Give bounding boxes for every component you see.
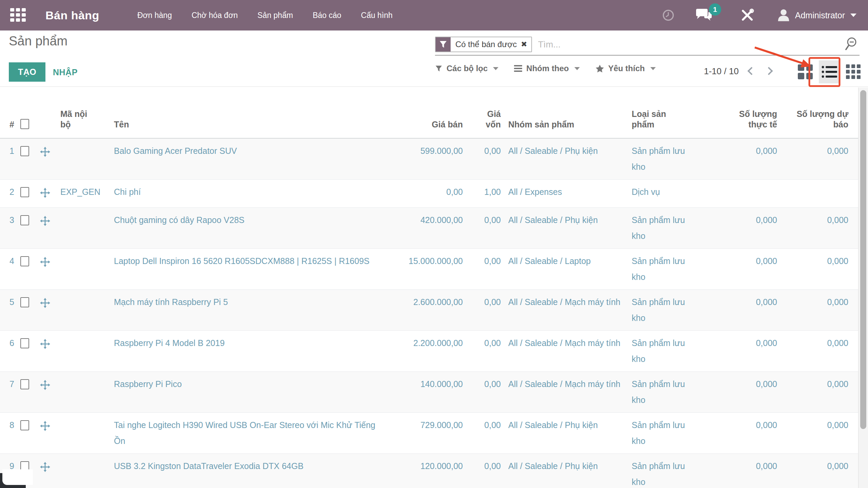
forecast-cell[interactable]: 0,000: [780, 413, 859, 454]
pager-next-button[interactable]: [763, 64, 778, 79]
drag-handle-icon[interactable]: [40, 379, 50, 395]
table-row[interactable]: 4 Laptop Dell Inspiron 16 5620 R1605SDCX…: [0, 249, 859, 290]
type-cell[interactable]: Sản phẩm lưu kho: [626, 454, 694, 488]
type-cell[interactable]: Sản phẩm lưu kho: [626, 249, 694, 290]
category-cell[interactable]: All / Saleable / Phụ kiện: [504, 208, 626, 249]
row-select-checkbox[interactable]: [20, 187, 29, 197]
qty-cell[interactable]: 0,000: [694, 138, 780, 180]
kanban-view-button[interactable]: [795, 60, 816, 83]
cost-cell[interactable]: 0,00: [466, 290, 504, 331]
qty-cell[interactable]: 0,000: [694, 413, 780, 454]
price-cell[interactable]: 2.200.000,00: [386, 331, 466, 372]
category-cell[interactable]: All / Saleable / Mạch máy tính: [504, 331, 626, 372]
drag-handle-icon[interactable]: [40, 338, 50, 354]
table-row[interactable]: 8 Tai nghe Logitech H390 Wired USB On-Ea…: [0, 413, 859, 454]
category-cell[interactable]: All / Saleable / Laptop: [504, 249, 626, 290]
category-cell[interactable]: All / Saleable / Phụ kiện: [504, 454, 626, 488]
column-header-qty[interactable]: Số lượng thực tế: [694, 87, 780, 138]
user-menu[interactable]: Administrator: [777, 8, 856, 22]
cost-cell[interactable]: 0,00: [466, 249, 504, 290]
import-button[interactable]: NHẬP: [51, 67, 80, 78]
forecast-cell[interactable]: 0,000: [780, 249, 859, 290]
drag-handle-icon[interactable]: [40, 461, 50, 477]
type-cell[interactable]: Sản phẩm lưu kho: [626, 138, 694, 180]
facet-remove-icon[interactable]: ✖: [520, 37, 531, 52]
price-cell[interactable]: 420.000,00: [386, 208, 466, 249]
type-cell[interactable]: Sản phẩm lưu kho: [626, 290, 694, 331]
forecast-cell[interactable]: [780, 180, 859, 208]
name-cell[interactable]: Chi phí: [111, 180, 386, 208]
nav-menu-item[interactable]: Cấu hình: [360, 8, 394, 23]
cost-cell[interactable]: 0,00: [466, 413, 504, 454]
developer-tools-icon[interactable]: [740, 8, 754, 22]
drag-handle-icon[interactable]: [40, 215, 50, 231]
code-cell[interactable]: [58, 138, 111, 180]
column-header-code[interactable]: Mã nội bộ: [58, 87, 111, 138]
price-cell[interactable]: 140.000,00: [386, 372, 466, 413]
select-all-header[interactable]: [18, 87, 37, 138]
search-input[interactable]: [537, 39, 845, 50]
drag-handle-icon[interactable]: [40, 420, 50, 436]
drag-handle-icon[interactable]: [40, 297, 50, 313]
drag-handle-icon[interactable]: [40, 256, 50, 272]
table-row[interactable]: 5 Mạch máy tính Raspberry Pi 52.600.000,…: [0, 290, 859, 331]
row-select-checkbox[interactable]: [20, 338, 29, 348]
nav-menu-item[interactable]: Chờ hóa đơn: [190, 8, 239, 23]
price-cell[interactable]: 15.000.000,00: [386, 249, 466, 290]
cost-cell[interactable]: 0,00: [466, 454, 504, 488]
forecast-cell[interactable]: 0,000: [780, 138, 859, 180]
name-cell[interactable]: Laptop Dell Inspiron 16 5620 R1605SDCXM8…: [111, 249, 386, 290]
qty-cell[interactable]: 0,000: [694, 372, 780, 413]
nav-menu-item[interactable]: Sản phẩm: [256, 8, 294, 23]
column-header-cost[interactable]: Giá vốn: [466, 87, 504, 138]
code-cell[interactable]: [58, 454, 111, 488]
forecast-cell[interactable]: 0,000: [780, 290, 859, 331]
list-view-button[interactable]: [819, 60, 840, 83]
row-select-checkbox[interactable]: [20, 256, 29, 266]
code-cell[interactable]: [58, 413, 111, 454]
type-cell[interactable]: Sản phẩm lưu kho: [626, 372, 694, 413]
forecast-cell[interactable]: 0,000: [780, 331, 859, 372]
type-cell[interactable]: Dịch vụ: [626, 180, 694, 208]
code-cell[interactable]: [58, 208, 111, 249]
qty-cell[interactable]: 0,000: [694, 290, 780, 331]
name-cell[interactable]: Tai nghe Logitech H390 Wired USB On-Ear …: [111, 413, 386, 454]
forecast-cell[interactable]: 0,000: [780, 208, 859, 249]
table-row[interactable]: 6 Raspberry Pi 4 Model B 20192.200.000,0…: [0, 331, 859, 372]
table-row[interactable]: 2 EXP_GENChi phí0,001,00All / ExpensesDị…: [0, 180, 859, 208]
code-cell[interactable]: [58, 331, 111, 372]
create-button[interactable]: TẠO: [9, 62, 45, 82]
column-header-price[interactable]: Giá bán: [386, 87, 466, 138]
name-cell[interactable]: Raspberry Pi Pico: [111, 372, 386, 413]
category-cell[interactable]: All / Expenses: [504, 180, 626, 208]
cost-cell[interactable]: 0,00: [466, 331, 504, 372]
category-cell[interactable]: All / Saleable / Mạch máy tính: [504, 372, 626, 413]
qty-cell[interactable]: 0,000: [694, 331, 780, 372]
price-cell[interactable]: 120.000,00: [386, 454, 466, 488]
app-title[interactable]: Bán hàng: [45, 9, 99, 22]
filters-dropdown[interactable]: Các bộ lọc: [435, 64, 498, 73]
grid-view-button[interactable]: [843, 60, 864, 83]
row-select-checkbox[interactable]: [20, 420, 29, 430]
qty-cell[interactable]: 0,000: [694, 208, 780, 249]
code-cell[interactable]: EXP_GEN: [58, 180, 111, 208]
name-cell[interactable]: Balo Gaming Acer Predator SUV: [111, 138, 386, 180]
pager-previous-button[interactable]: [744, 64, 758, 79]
messages-icon[interactable]: 1: [695, 8, 712, 22]
name-cell[interactable]: Chuột gaming có dây Rapoo V28S: [111, 208, 386, 249]
column-header-category[interactable]: Nhóm sản phẩm: [504, 87, 626, 138]
groupby-dropdown[interactable]: Nhóm theo: [514, 64, 579, 73]
qty-cell[interactable]: [694, 180, 780, 208]
category-cell[interactable]: All / Saleable / Phụ kiện: [504, 138, 626, 180]
select-all-checkbox[interactable]: [20, 119, 29, 129]
activities-clock-icon[interactable]: [662, 9, 674, 21]
drag-handle-icon[interactable]: [40, 146, 50, 162]
column-header-type[interactable]: Loại sản phẩm: [626, 87, 694, 138]
row-select-checkbox[interactable]: [20, 215, 29, 225]
type-cell[interactable]: Sản phẩm lưu kho: [626, 208, 694, 249]
qty-cell[interactable]: 0,000: [694, 454, 780, 488]
category-cell[interactable]: All / Saleable / Mạch máy tính: [504, 290, 626, 331]
cost-cell[interactable]: 0,00: [466, 208, 504, 249]
cost-cell[interactable]: 0,00: [466, 372, 504, 413]
favorites-dropdown[interactable]: Yêu thích: [595, 64, 656, 73]
